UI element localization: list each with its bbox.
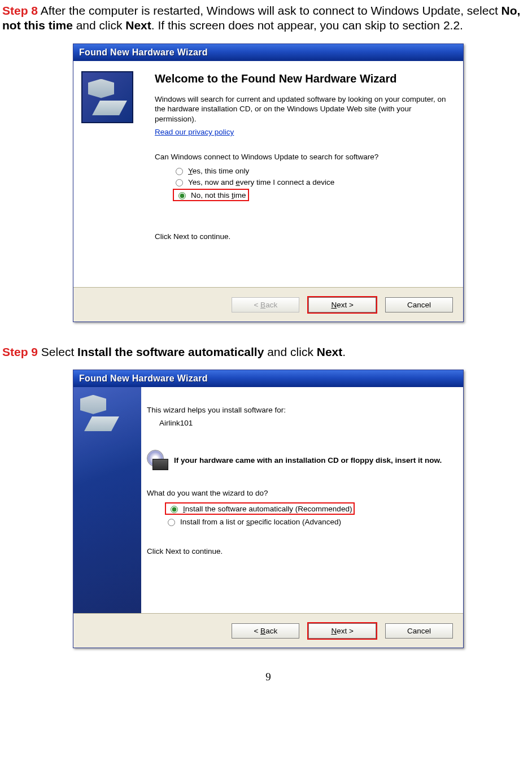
- cd-hint-text: If your hardware came with an installati…: [174, 456, 442, 466]
- step9-label: Step 9: [2, 345, 38, 358]
- step9-text-b: and click: [264, 345, 316, 358]
- hardware-icon: [81, 71, 133, 123]
- dialog2-question: What do you want the wizard to do?: [147, 488, 453, 498]
- step9-text-a: Select: [38, 345, 77, 358]
- dialog1-icon-column: [73, 61, 149, 287]
- radio-label-auto: Install the software automatically (Reco…: [183, 505, 352, 513]
- dialog1-content: Welcome to the Found New Hardware Wizard…: [149, 61, 463, 287]
- dialog1-footer: < Back Next > Cancel: [73, 287, 463, 322]
- step8-text-a: After the computer is restarted, Windows…: [38, 4, 502, 17]
- radio-input-no[interactable]: [178, 192, 186, 199]
- radio-label-yes-every: Yes, now and every time I connect a devi…: [188, 178, 334, 186]
- back-button[interactable]: < Back: [232, 623, 299, 639]
- step8-bold2: Next: [125, 19, 151, 32]
- dialog1-titlebar: Found New Hardware Wizard: [73, 44, 463, 61]
- dialog1-radios: Yes, this time only Yes, now and every t…: [173, 166, 453, 201]
- dialog1-wrap: Found New Hardware Wizard Welcome to the…: [2, 44, 532, 322]
- dialog2-continue: Click Next to continue.: [147, 546, 453, 557]
- dialog1-question: Can Windows connect to Windows Update to…: [155, 152, 453, 162]
- step8-text-b: and click: [73, 19, 125, 32]
- dialog1-heading: Welcome to the Found New Hardware Wizard: [155, 72, 453, 85]
- radio-input-yes-every[interactable]: [176, 179, 183, 186]
- radio-label-specific: Install from a list or specific location…: [180, 518, 341, 526]
- step8-label: Step 8: [2, 4, 38, 17]
- next-button[interactable]: Next >: [308, 623, 376, 639]
- dialog1-para1: Windows will search for current and upda…: [155, 94, 453, 124]
- cd-icon: [147, 453, 168, 469]
- radio-input-auto[interactable]: [171, 506, 178, 513]
- dialog1: Found New Hardware Wizard Welcome to the…: [73, 44, 464, 322]
- radio-specific[interactable]: Install from a list or specific location…: [165, 517, 453, 526]
- step9-instruction: Step 9 Select Install the software autom…: [2, 345, 532, 359]
- step8-text-c: . If this screen does not appear, you ca…: [151, 19, 463, 32]
- dialog2-para1: This wizard helps you install software f…: [147, 405, 453, 415]
- radio-label-no: No, not this time: [191, 191, 246, 199]
- step9-text-c: .: [342, 345, 346, 358]
- dialog2-titlebar: Found New Hardware Wizard: [73, 370, 463, 387]
- dialog2-content: This wizard helps you install software f…: [141, 387, 463, 613]
- page-number: 9: [2, 671, 532, 683]
- radio-input-yes-once[interactable]: [176, 168, 183, 175]
- dialog1-continue: Click Next to continue.: [155, 232, 453, 242]
- dialog2-body: This wizard helps you install software f…: [73, 387, 463, 613]
- back-button: < Back: [232, 297, 299, 312]
- radio-yes-every[interactable]: Yes, now and every time I connect a devi…: [173, 177, 453, 186]
- radio-yes-once[interactable]: Yes, this time only: [173, 166, 453, 175]
- dialog2: Found New Hardware Wizard This wizard he…: [73, 370, 464, 648]
- privacy-link[interactable]: Read our privacy policy: [155, 128, 234, 136]
- step8-instruction: Step 8 After the computer is restarted, …: [2, 3, 532, 33]
- radio-label-yes-once: Yes, this time only: [188, 167, 249, 175]
- dialog2-radios: Install the software automatically (Reco…: [165, 502, 453, 526]
- dialog2-footer: < Back Next > Cancel: [73, 613, 463, 648]
- radio-auto[interactable]: Install the software automatically (Reco…: [165, 502, 453, 515]
- radio-no[interactable]: No, not this time: [173, 189, 453, 201]
- cancel-button[interactable]: Cancel: [385, 623, 453, 639]
- step9-bold2: Next: [317, 345, 343, 358]
- cd-hint-row: If your hardware came with an installati…: [147, 453, 453, 469]
- cancel-button[interactable]: Cancel: [385, 297, 453, 312]
- step9-bold1: Install the software automatically: [77, 345, 264, 358]
- dialog2-wrap: Found New Hardware Wizard This wizard he…: [2, 370, 532, 648]
- device-name: Airlink101: [159, 418, 453, 428]
- next-button[interactable]: Next >: [308, 297, 376, 312]
- radio-input-specific[interactable]: [168, 519, 175, 526]
- hardware-icon: [73, 387, 141, 613]
- dialog1-body: Welcome to the Found New Hardware Wizard…: [73, 61, 463, 287]
- dialog2-icon-column: [73, 387, 141, 613]
